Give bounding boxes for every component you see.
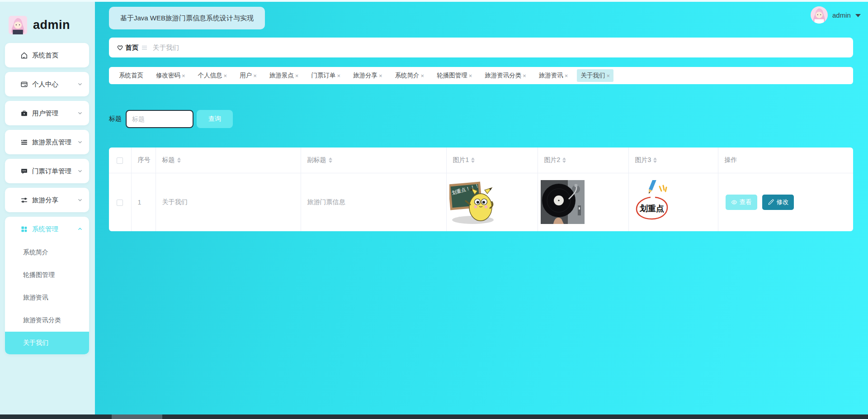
tab-label: 旅游分享 (353, 71, 377, 80)
user-name: admin (832, 11, 851, 19)
tab-change-password[interactable]: 修改密码× (152, 69, 189, 82)
tab-close-icon[interactable]: × (295, 72, 299, 79)
tab-travel-news-category[interactable]: 旅游资讯分类× (481, 69, 530, 82)
sidebar-item-label: 旅游景点管理 (32, 138, 77, 147)
sidebar-item-home[interactable]: 系统首页 (5, 43, 89, 67)
sidebar-item-user-management[interactable]: 用户管理 (5, 101, 89, 125)
sort-icon[interactable] (329, 157, 332, 163)
tab-travel-news[interactable]: 旅游资讯× (535, 69, 572, 82)
column-subtitle[interactable]: 副标题 (301, 148, 446, 173)
view-button[interactable]: 查看 (726, 195, 757, 210)
sidebar-subitem-travel-news-category[interactable]: 旅游资讯分类 (5, 309, 89, 332)
tab-label: 系统简介 (395, 71, 420, 80)
card-icon (20, 81, 28, 88)
row-checkbox-cell (109, 173, 131, 231)
tab-close-icon[interactable]: × (523, 72, 526, 79)
sidebar-item-scenic-spot-management[interactable]: 旅游景点管理 (5, 130, 89, 154)
column-label: 操作 (725, 156, 737, 164)
sort-icon[interactable] (562, 157, 566, 163)
sidebar-subitem-about-us[interactable]: 关于我们 (5, 332, 89, 354)
breadcrumb-home-label: 首页 (125, 43, 138, 52)
briefcase-icon (20, 110, 28, 117)
column-index: 序号 (131, 148, 156, 173)
sliders-icon (20, 196, 28, 204)
row-subtitle: 旅游门票信息 (301, 173, 446, 231)
tab-close-icon[interactable]: × (469, 72, 472, 79)
sort-icon[interactable] (471, 157, 475, 163)
column-image3[interactable]: 图片3 (628, 148, 718, 173)
sidebar-item-travel-share[interactable]: 旅游分享 (5, 188, 89, 212)
breadcrumb-separator-icon (142, 45, 147, 50)
home-icon (20, 52, 28, 59)
main-area: 基于Java WEB旅游门票信息系统设计与实现 admin 首页 (95, 2, 868, 414)
vinyl-record-image (541, 180, 585, 224)
tab-scenic-spot[interactable]: 旅游景点× (266, 69, 302, 82)
window-top-strip (0, 0, 868, 2)
tab-home[interactable]: 系统首页 (115, 69, 147, 82)
tab-close-icon[interactable]: × (337, 72, 340, 79)
tab-ticket-order[interactable]: 门票订单× (307, 69, 344, 82)
sidebar-item-system-management[interactable]: 系统管理 (5, 217, 89, 241)
sort-icon[interactable] (653, 157, 657, 163)
user-avatar[interactable] (811, 6, 828, 24)
column-label: 序号 (138, 156, 151, 164)
query-button[interactable]: 查询 (197, 110, 233, 128)
sidebar-subitem-carousel-management[interactable]: 轮播图管理 (5, 264, 89, 286)
tab-travel-share[interactable]: 旅游分享× (349, 69, 386, 82)
tab-close-icon[interactable]: × (253, 72, 257, 79)
tab-personal-info[interactable]: 个人信息× (194, 69, 231, 82)
sidebar-item-label: 系统管理 (32, 225, 77, 233)
edit-button-label: 修改 (776, 198, 788, 206)
sidebar-brand: admin (0, 2, 95, 41)
eye-icon (731, 199, 737, 205)
tab-label: 系统首页 (119, 71, 143, 80)
tab-label: 旅游资讯分类 (485, 71, 521, 80)
row-image1-cell: 划重点！！！ (446, 173, 538, 231)
tab-carousel-management[interactable]: 轮播图管理× (433, 69, 476, 82)
tab-close-icon[interactable]: × (224, 72, 227, 79)
title-search-input[interactable] (126, 110, 193, 128)
select-all-checkbox[interactable] (117, 157, 123, 164)
tab-close-icon[interactable]: × (421, 72, 425, 79)
tab-close-icon[interactable]: × (379, 72, 382, 79)
user-dropdown[interactable]: admin (811, 6, 861, 24)
sidebar-item-label: 门票订单管理 (32, 167, 77, 176)
view-button-label: 查看 (740, 198, 752, 206)
system-title-button[interactable]: 基于Java WEB旅游门票信息系统设计与实现 (109, 7, 265, 29)
edit-button[interactable]: 修改 (762, 195, 794, 210)
column-image2[interactable]: 图片2 (538, 148, 628, 173)
sidebar-item-label: 个人中心 (32, 80, 77, 89)
highlight-text: 划重点 (639, 204, 664, 213)
breadcrumb-home[interactable]: 首页 (117, 43, 138, 52)
sort-icon[interactable] (177, 157, 181, 163)
header-checkbox-cell (109, 148, 131, 173)
sidebar-subitem-system-intro[interactable]: 系统简介 (5, 241, 89, 264)
tab-close-icon[interactable]: × (182, 72, 185, 79)
sidebar-item-personal-center[interactable]: 个人中心 (5, 72, 89, 96)
column-image1[interactable]: 图片1 (446, 148, 538, 173)
tab-label: 旅游景点 (269, 71, 294, 80)
tab-label: 个人信息 (198, 71, 222, 80)
horizontal-scrollbar-thumb[interactable] (112, 414, 162, 419)
tab-system-intro[interactable]: 系统简介× (392, 69, 428, 82)
tab-label: 关于我们 (580, 71, 605, 80)
tab-about-us[interactable]: 关于我们× (577, 69, 613, 82)
row-checkbox[interactable] (117, 200, 123, 206)
column-label: 图片3 (635, 156, 651, 164)
column-title[interactable]: 标题 (156, 148, 301, 173)
column-label: 图片2 (544, 156, 561, 164)
chevron-down-icon (77, 139, 83, 145)
row-title: 关于我们 (156, 173, 301, 231)
sidebar-subitem-travel-news[interactable]: 旅游资讯 (5, 286, 89, 309)
horizontal-scrollbar[interactable] (0, 414, 868, 419)
sidebar-username: admin (33, 18, 70, 32)
tab-user[interactable]: 用户× (236, 69, 260, 82)
sidebar: admin 系统首页 个人中心 用户管理 (0, 2, 95, 414)
column-label: 标题 (162, 156, 175, 164)
tab-close-icon[interactable]: × (565, 72, 568, 79)
sidebar-item-label: 旅游分享 (32, 196, 77, 205)
tab-label: 门票订单 (311, 71, 335, 80)
column-label: 图片1 (453, 156, 469, 164)
sidebar-item-ticket-order-management[interactable]: 门票订单管理 (5, 159, 89, 183)
tab-close-icon[interactable]: × (606, 72, 610, 79)
